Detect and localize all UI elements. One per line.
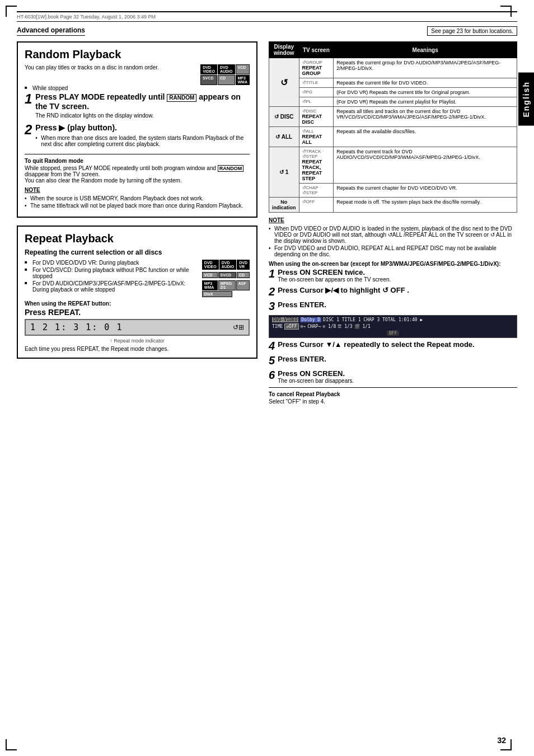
repeat-note-label: NOTE [269, 217, 517, 223]
row-meaning-chap: Repeats the current chapter for DVD VIDE… [334, 184, 517, 198]
filename-label: HT-6030[1W].book Page 32 Tuesday, August… [17, 14, 156, 20]
random-box: RANDOM [167, 94, 196, 102]
random-intro-block: DVDVIDEO DVDAUDIO VCD SVCD CD MP3WMA You… [25, 64, 250, 85]
english-tab: English [518, 73, 534, 126]
row-display-1: ↺ 1 [269, 147, 299, 198]
bar-chap: CHAP→ [307, 324, 321, 329]
row-tv-pg: ↺PG [299, 88, 334, 97]
display-bar: 1 2 1: 3 1: 0 1 ↺⊞ [25, 319, 250, 336]
random-note1: When the source is USB MEMORY, Random Pl… [25, 195, 250, 201]
table-row: ↺CHAP · ↺STEP Repeats the current chapte… [269, 184, 517, 198]
row-tv-disc: ↺DISC REPEAT DISC [299, 107, 334, 127]
onscreen-s4-num: 4 [269, 340, 275, 351]
display-numbers: 1 2 1: 3 1: 0 1 [30, 322, 123, 332]
row-tv-title: ↺TITLE [299, 78, 334, 88]
display-repeat-icon: ↺⊞ [233, 323, 244, 331]
step1-desc: The RND indicator lights on the display … [35, 112, 250, 119]
onscreen-step3: 3 Press ENTER. [269, 300, 517, 312]
left-column: Random Playback DVDVIDEO DVDAUDIO VCD SV… [17, 41, 257, 406]
repeat-bullets-block: DVDVIDEO DVDAUDIO DVDVR VCD SVCD CD MP3W… [25, 260, 250, 297]
bar-dvd-video: DVD-VIDEO [272, 317, 298, 322]
bar-info: DISC 1 TITLE 1 CHAP 3 TOTAL 1:01:40 ▶ [323, 317, 423, 322]
bar-cd: ⊙ 1/8 [322, 324, 336, 329]
badge-dvd-audio: DVDAUDIO [218, 64, 235, 74]
table-row: ↺ ↺GROUP REPEAT GROUP Repeats the curren… [269, 58, 517, 78]
onscreen-step4: 4 Press Cursor ▼/▲ repeatedly to select … [269, 340, 517, 351]
onscreen-s5-num: 5 [269, 355, 275, 366]
step2-bullets: When more than one discs are loaded, the… [35, 135, 250, 147]
onscreen-step6: 6 Press ON SCREEN. The on-screen bar dis… [269, 369, 517, 384]
to-cancel-text: Select "OFF" in step 4. [269, 398, 517, 405]
random-note-label: NOTE [25, 187, 250, 193]
step2-content: Press ▶ (play button). When more than on… [35, 123, 250, 149]
onscreen-step1: 1 Press ON SCREEN twice. The on-screen b… [269, 268, 517, 283]
random-step2: 2 Press ▶ (play button). When more than … [25, 123, 250, 149]
onscreen-bar-row2: TIME ↺OFF ⊙→ CHAP→ ⊙ 1/8 ☰ 1/3 🎬 1/1 [272, 323, 514, 330]
row-tv-group: ↺GROUP REPEAT GROUP [299, 58, 334, 78]
onscreen-bar-row1: DVD-VIDEO Dolby D DISC 1 TITLE 1 CHAP 3 … [272, 317, 514, 322]
row-display-group: ↺ [269, 58, 299, 107]
onscreen-s6-head: Press ON SCREEN. [278, 369, 517, 378]
to-quit-text: While stopped, press PLAY MODE repeatedl… [25, 165, 250, 184]
col-tv: TV screen [299, 42, 334, 58]
onscreen-s2-content: Press Cursor ▶/◀ to highlight ↺ OFF . [278, 286, 517, 294]
to-cancel-label: To cancel Repeat Playback [269, 391, 517, 397]
col-meanings: Meanings [334, 42, 517, 58]
onscreen-s5-content: Press ENTER. [278, 355, 517, 363]
bar-page: ☰ 1/3 [338, 324, 352, 329]
badge-vcd: VCD [236, 64, 250, 74]
row-display-all: ↺ ALL [269, 127, 299, 147]
row-tv-track: ↺TRACK · ↺STEP REPEAT TRACK,REPEAT STEP [299, 147, 334, 184]
row-meaning-group: Repeats the current group for DVD AUDIO/… [334, 58, 517, 78]
table-row: ↺PL (For DVD VR) Repeats the current pla… [269, 97, 517, 107]
repeat-note2: For DVD VIDEO and DVD AUDIO, REPEAT ALL … [269, 245, 517, 257]
bar-off-label: OFF [272, 331, 514, 336]
onscreen-s3-head: Press ENTER. [278, 300, 517, 309]
onscreen-s1-content: Press ON SCREEN twice. The on-screen bar… [278, 268, 517, 283]
repeat-playback-section: Repeat Playback Repeating the current se… [17, 226, 257, 359]
repeat-bullets: For DVD VIDEO/DVD VR: During playback Fo… [25, 260, 250, 293]
repeat-table: Displaywindow TV screen Meanings ↺ ↺GROU… [269, 41, 517, 213]
press-repeat-label: Press REPEAT. [25, 308, 250, 317]
row-meaning-title: Repeats the current title for DVD VIDEO. [334, 78, 517, 88]
onscreen-s6-content: Press ON SCREEN. The on-screen bar disap… [278, 369, 517, 384]
onscreen-s1-num: 1 [269, 268, 275, 279]
repeat-notes: When DVD VIDEO or DVD AUDIO is loaded in… [269, 226, 517, 257]
bar-angle: 🎬 1/1 [354, 324, 371, 329]
corner-decoration-tl [6, 6, 17, 17]
repeat-bullet2: For VCD/SVCD: During playback without PB… [25, 267, 250, 279]
step1-heading-text: Press PLAY MODE repeatedly until [35, 92, 165, 101]
repeat-bullet3: For DVD AUDIO/CD/MP3/JPEG/ASF/MPEG-2/MPE… [25, 280, 250, 293]
section-header-row: Advanced operations See page 23 for butt… [17, 26, 517, 36]
repeat-bullet1: For DVD VIDEO/DVD VR: During playback [25, 260, 250, 266]
when-onscreen-label: When using the on-screen bar (except for… [269, 261, 517, 267]
row-display-disc: ↺ DISC [269, 107, 299, 127]
random-playback-section: Random Playback DVDVIDEO DVDAUDIO VCD SV… [17, 41, 257, 218]
onscreen-bar: DVD-VIDEO Dolby D DISC 1 TITLE 1 CHAP 3 … [269, 315, 517, 338]
row-meaning-all: Repeats all the available discs/files. [334, 127, 517, 147]
bar-arrow: ⊙→ [301, 324, 306, 329]
right-column: Displaywindow TV screen Meanings ↺ ↺GROU… [269, 41, 517, 406]
onscreen-s2-num: 2 [269, 286, 275, 297]
onscreen-s3-num: 3 [269, 300, 275, 312]
table-row: ↺TITLE Repeats the current title for DVD… [269, 78, 517, 88]
onscreen-s2-head: Press Cursor ▶/◀ to highlight ↺ OFF . [278, 286, 517, 294]
main-content: Random Playback DVDVIDEO DVDAUDIO VCD SV… [17, 41, 517, 406]
onscreen-s1-head: Press ON SCREEN twice. [278, 268, 517, 276]
to-quit-label: To quit Random mode [25, 158, 250, 164]
top-border: HT-6030[1W].book Page 32 Tuesday, August… [17, 11, 517, 22]
onscreen-s4-content: Press Cursor ▼/▲ repeatedly to select th… [278, 340, 517, 349]
badge-svcd: SVCD [200, 75, 217, 85]
col-display: Displaywindow [269, 42, 299, 58]
badge-mp3-wma: MP3WMA [236, 75, 250, 85]
random-note2: The same title/track will not be played … [25, 203, 250, 209]
repeat-note1: When DVD VIDEO or DVD AUDIO is loaded in… [269, 226, 517, 244]
row-meaning-disc: Repeats all titles and tracks on the cur… [334, 107, 517, 127]
while-stopped: While stopped [25, 85, 250, 91]
repeat-subtitle: Repeating the current selection or all d… [25, 248, 250, 256]
onscreen-s4-head: Press Cursor ▼/▲ repeatedly to select th… [278, 340, 517, 349]
repeat-indicator-label: ↑ Repeat mode indicator [25, 338, 250, 344]
onscreen-step5: 5 Press ENTER. [269, 355, 517, 366]
random-step1: 1 Press PLAY MODE repeatedly until RANDO… [25, 92, 250, 119]
bar-dolby: Dolby D [300, 317, 321, 322]
